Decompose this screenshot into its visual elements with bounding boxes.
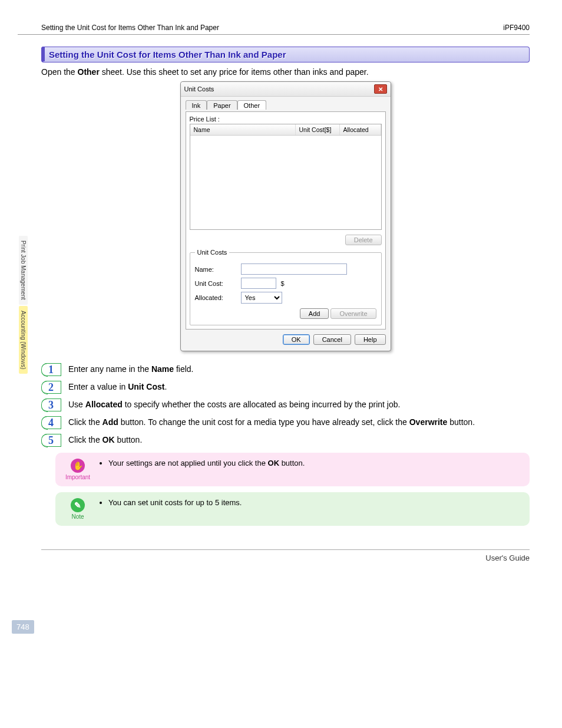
step-4: 4 Click the Add button. To change the un… <box>41 416 530 429</box>
important-label: Important <box>65 474 90 480</box>
step-2: 2 Enter a value in Unit Cost. <box>41 381 530 394</box>
dialog-title: Unit Costs <box>184 85 214 93</box>
breadcrumb: Setting the Unit Cost for Items Other Th… <box>41 24 219 32</box>
allocated-label: Allocated: <box>195 294 236 301</box>
col-unit-cost[interactable]: Unit Cost[$] <box>296 124 340 135</box>
tab-ink[interactable]: Ink <box>186 100 207 110</box>
tab-other[interactable]: Other <box>237 100 267 110</box>
step-number: 2 <box>41 381 61 394</box>
important-callout: ✋ Important Your settings are not applie… <box>55 453 530 486</box>
step-5: 5 Click the OK button. <box>41 434 530 447</box>
unit-cost-label: Unit Cost: <box>195 280 236 287</box>
side-tab-accounting[interactable]: Accounting (Windows) <box>19 306 28 374</box>
cancel-button[interactable]: Cancel <box>313 334 351 345</box>
step-1: 1 Enter any name in the Name field. <box>41 363 530 376</box>
allocated-select[interactable]: Yes <box>241 292 282 304</box>
name-field[interactable] <box>241 263 347 275</box>
note-callout: ✎ Note You can set unit costs for up to … <box>55 492 530 526</box>
note-label: Note <box>71 513 84 520</box>
col-allocated[interactable]: Allocated <box>340 124 381 135</box>
step-number: 5 <box>41 434 61 447</box>
footer: User's Guide <box>41 549 530 562</box>
price-list-label: Price List : <box>190 116 382 123</box>
close-icon[interactable]: ✕ <box>374 84 387 94</box>
col-name[interactable]: Name <box>190 124 296 135</box>
step-number: 3 <box>41 398 61 411</box>
model-label: iPF9400 <box>503 24 530 32</box>
help-button[interactable]: Help <box>355 334 386 345</box>
important-icon: ✋ <box>71 459 85 473</box>
step-number: 4 <box>41 416 61 429</box>
unit-cost-field[interactable] <box>241 278 276 289</box>
tab-paper[interactable]: Paper <box>207 100 237 110</box>
side-tab-print-job[interactable]: Print Job Management <box>19 236 28 305</box>
name-label: Name: <box>195 266 236 273</box>
delete-button[interactable]: Delete <box>345 235 382 245</box>
add-button[interactable]: Add <box>300 308 329 319</box>
overwrite-button[interactable]: Overwrite <box>330 308 376 319</box>
page-header: Setting the Unit Cost for Items Other Th… <box>18 24 530 35</box>
step-3: 3 Use Allocated to specify whether the c… <box>41 398 530 411</box>
section-heading: Setting the Unit Cost for Items Other Th… <box>41 47 530 62</box>
group-title: Unit Costs <box>195 249 230 256</box>
intro-text: Open the Other sheet. Use this sheet to … <box>41 67 530 77</box>
note-icon: ✎ <box>71 498 85 512</box>
price-list[interactable]: Name Unit Cost[$] Allocated <box>190 124 382 230</box>
unit-costs-dialog: Unit Costs ✕ Ink Paper Other Price List … <box>180 81 391 351</box>
step-number: 1 <box>41 363 61 376</box>
ok-button[interactable]: OK <box>283 334 310 345</box>
currency-label: $ <box>281 280 285 287</box>
page-number: 748 <box>12 620 34 634</box>
